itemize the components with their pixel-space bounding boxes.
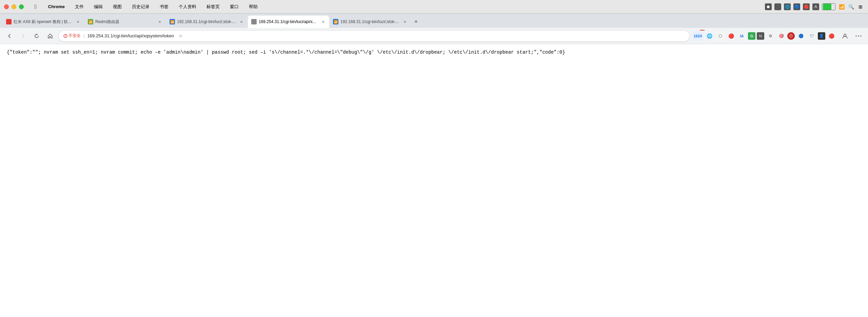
menu-help[interactable]: 帮助 <box>247 3 260 11</box>
menu-tabs[interactable]: 标签页 <box>204 3 222 11</box>
menu-edit[interactable]: 编辑 <box>92 3 105 11</box>
status-icon-2: 🎵 <box>774 3 781 10</box>
ext-badge-count: 1624 <box>694 34 702 38</box>
traffic-lights <box>4 4 24 9</box>
ext-icon-3[interactable]: 🔴 <box>726 31 736 41</box>
status-icon-5: 🔴 <box>803 3 810 10</box>
tab-2-favicon: 📶 <box>88 19 93 24</box>
menu-history[interactable]: 历史记录 <box>130 3 152 11</box>
menu-bar:  Chrome 文件 编辑 视图 历史记录 书签 个人资料 标签页 窗口 帮助… <box>0 0 868 14</box>
ext-icon-1[interactable]: 🌐 <box>705 31 714 41</box>
ext-icon-10[interactable]: 🔵 <box>796 31 806 41</box>
forward-button[interactable] <box>18 31 28 41</box>
tab-4-close[interactable]: ✕ <box>320 19 326 24</box>
maximize-button[interactable] <box>19 4 24 9</box>
close-button[interactable] <box>4 4 9 9</box>
tab-4[interactable]: 169.254.31.1/cgi-bin/luci/api/x... ✕ <box>248 16 329 28</box>
ext-icon-9[interactable]: O <box>787 32 795 40</box>
address-bar-right: ☆ <box>177 32 185 40</box>
wifi-icon: 📶 <box>838 3 845 10</box>
menu-bookmarks[interactable]: 书签 <box>158 3 171 11</box>
home-button[interactable] <box>45 31 56 41</box>
search-icon[interactable]: 🔍 <box>848 3 854 10</box>
tab-3[interactable]: 📶 192.168.31.1/cgi-bin/luci/;stok-... ✕ <box>166 16 248 28</box>
apple-menu[interactable]:  <box>33 3 39 11</box>
ext-icon-11[interactable]: 🛡 <box>807 31 816 41</box>
tab-1[interactable]: 红米 AX6 刷 openwrt 教程 | 软... ✕ <box>3 16 84 28</box>
svg-point-2 <box>65 36 65 37</box>
ext-icon-2[interactable]: ⬡ <box>715 31 725 41</box>
tab-5[interactable]: 📶 192.168.31.1/cgi-bin/luci/;stok-... ✕ <box>330 16 411 28</box>
status-icon-4: 🔵 <box>793 3 800 10</box>
svg-point-6 <box>861 35 862 36</box>
ext-icon-6[interactable]: N <box>757 32 764 40</box>
tab-5-favicon: 📶 <box>333 19 338 24</box>
address-separator: | <box>83 33 84 38</box>
bookmark-icon[interactable]: ☆ <box>177 32 185 40</box>
tab-bar: 红米 AX6 刷 openwrt 教程 | 软... ✕ 📶 Redmi路由器 … <box>0 14 868 28</box>
status-icon-3: 🌐 <box>784 3 791 10</box>
battery-icon <box>822 3 835 10</box>
ext-icon-5[interactable]: G <box>748 32 755 40</box>
tab-1-favicon <box>6 19 12 24</box>
ext-icon-13[interactable]: 🔴 <box>827 31 836 41</box>
security-label: 不安全 <box>68 33 81 39</box>
tab-1-title: 红米 AX6 刷 openwrt 教程 | 软... <box>14 19 73 25</box>
svg-point-4 <box>856 35 857 36</box>
menu-view[interactable]: 视图 <box>111 3 124 11</box>
menu-window[interactable]: 窗口 <box>228 3 241 11</box>
ext-icon-12[interactable]: 👤 <box>818 32 825 40</box>
tab-2-title: Redmi路由器 <box>95 19 155 25</box>
tab-2-close[interactable]: ✕ <box>157 19 162 24</box>
minimize-button[interactable] <box>12 4 16 9</box>
more-button[interactable] <box>853 31 864 41</box>
toolbar-extensions: 1624 🌐 ⬡ 🔴 IA G N ⚙ 🎯 O 🔵 🛡 👤 🔴 <box>692 31 836 41</box>
ext-icon-8[interactable]: 🎯 <box>776 31 786 41</box>
response-text: {"token":""; nvram set ssh_en=1; nvram c… <box>7 50 565 55</box>
page-content: {"token":""; nvram set ssh_en=1; nvram c… <box>0 44 868 317</box>
back-button[interactable] <box>4 31 15 41</box>
ext-badge <box>700 30 705 31</box>
ext-icon-badge[interactable]: 1624 <box>692 31 703 41</box>
tab-5-title: 192.168.31.1/cgi-bin/luci/;stok-... <box>340 19 400 24</box>
control-center-icon[interactable]: ⊞ <box>857 3 864 10</box>
tab-4-title: 169.254.31.1/cgi-bin/luci/api/x... <box>259 19 318 24</box>
tab-3-favicon: 📶 <box>170 19 175 24</box>
url-display: 169.254.31.1/cgi-bin/luci/api/xqsystem/t… <box>87 33 174 38</box>
tab-2[interactable]: 📶 Redmi路由器 ✕ <box>84 16 166 28</box>
menu-chrome[interactable]: Chrome <box>46 3 67 10</box>
tab-3-close[interactable]: ✕ <box>239 19 244 24</box>
ext-icon-7[interactable]: ⚙ <box>766 31 775 41</box>
new-tab-button[interactable]: + <box>411 17 421 26</box>
status-icon-1: ⏺ <box>765 3 772 10</box>
tab-1-close[interactable]: ✕ <box>75 19 81 24</box>
tab-3-title: 192.168.31.1/cgi-bin/luci/;stok-... <box>177 19 237 24</box>
toolbar: 不安全 | 169.254.31.1/cgi-bin/luci/api/xqsy… <box>0 28 868 44</box>
menu-bar-right: ⏺ 🎵 🌐 🔵 🔴 A 📶 🔍 ⊞ <box>765 3 864 10</box>
address-bar[interactable]: 不安全 | 169.254.31.1/cgi-bin/luci/api/xqsy… <box>58 30 690 42</box>
profile-button[interactable] <box>840 31 850 41</box>
reload-button[interactable] <box>31 31 42 41</box>
ext-icon-4[interactable]: IA <box>737 31 747 41</box>
menu-file[interactable]: 文件 <box>73 3 86 11</box>
menu-profiles[interactable]: 个人资料 <box>177 3 198 11</box>
status-icon-6: A <box>812 3 819 10</box>
tab-5-close[interactable]: ✕ <box>402 19 408 24</box>
tab-4-favicon <box>251 19 257 24</box>
security-icon: 不安全 <box>63 33 81 39</box>
svg-point-5 <box>858 35 859 36</box>
